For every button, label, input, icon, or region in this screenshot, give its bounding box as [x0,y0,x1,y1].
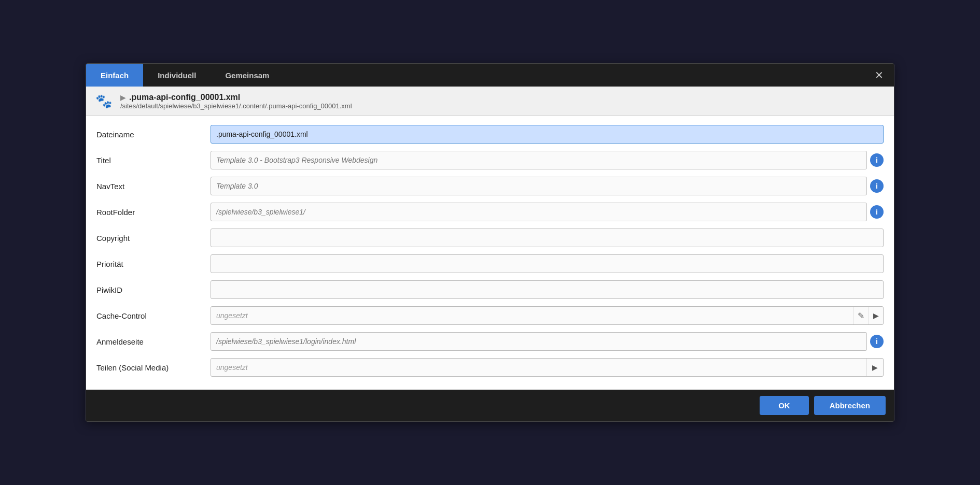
info-icon-anmeldeseite[interactable]: i [870,335,884,348]
control-wrap-anmeldeseite: i [211,332,884,351]
input-copyright[interactable] [211,229,884,247]
form-row-navtext: NavText i [96,175,884,197]
control-wrap-prioritaet [211,254,884,273]
cache-edit-icon[interactable]: ✎ [853,307,869,324]
input-dateiname[interactable] [211,125,884,144]
label-rootfolder: RootFolder [96,208,211,217]
cache-control-value: ungesetzt [211,311,853,320]
social-media-value: ungesetzt [211,363,866,372]
control-wrap-piwikid [211,280,884,299]
form-row-cache-control: Cache-Control ungesetzt ✎ ▶ [96,305,884,326]
control-wrap-social-media: ungesetzt ▶ [211,358,884,377]
label-piwikid: PiwikID [96,286,211,294]
control-wrap-dateiname [211,125,884,144]
input-rootfolder[interactable] [211,203,867,221]
file-name-row: ▶ .puma-api-config_00001.xml [120,93,352,102]
form-area: Dateiname Titel i NavText i RootFolder [86,116,894,390]
input-navtext[interactable] [211,177,867,195]
file-path: /sites/default/spielwiese/b3_spielwiese1… [120,102,352,110]
form-row-rootfolder: RootFolder i [96,201,884,223]
ok-button[interactable]: OK [760,396,809,415]
label-anmeldeseite: Anmeldeseite [96,337,211,346]
control-wrap-navtext: i [211,177,884,195]
info-icon-rootfolder[interactable]: i [870,205,884,219]
form-row-titel: Titel i [96,149,884,171]
label-navtext: NavText [96,182,211,191]
social-media-field: ungesetzt ▶ [211,358,884,377]
input-piwikid[interactable] [211,280,884,299]
label-copyright: Copyright [96,234,211,243]
tab-gemeinsam[interactable]: Gemeinsam [211,64,284,87]
label-dateiname: Dateiname [96,130,211,139]
label-social-media: Teilen (Social Media) [96,363,211,372]
cancel-button[interactable]: Abbrechen [814,396,886,415]
cache-arrow-icon[interactable]: ▶ [869,307,883,324]
file-info: ▶ .puma-api-config_00001.xml /sites/defa… [120,93,352,110]
dialog-footer: OK Abbrechen [86,390,894,421]
info-icon-navtext[interactable]: i [870,179,884,193]
control-wrap-copyright [211,229,884,247]
form-row-piwikid: PiwikID [96,279,884,301]
tab-individuell[interactable]: Individuell [143,64,211,87]
info-icon-titel[interactable]: i [870,153,884,167]
control-wrap-cache-control: ungesetzt ✎ ▶ [211,306,884,325]
file-name: .puma-api-config_00001.xml [129,93,240,102]
social-arrow-icon[interactable]: ▶ [866,359,883,376]
tab-einfach[interactable]: Einfach [86,64,143,87]
label-prioritaet: Priorität [96,260,211,268]
file-header: 🐾 ▶ .puma-api-config_00001.xml /sites/de… [86,87,894,116]
form-row-dateiname: Dateiname [96,123,884,145]
label-cache-control: Cache-Control [96,311,211,320]
form-row-prioritaet: Priorität [96,253,884,275]
title-bar: Einfach Individuell Gemeinsam ✕ [86,64,894,87]
form-row-anmeldeseite: Anmeldeseite i [96,331,884,352]
control-wrap-rootfolder: i [211,203,884,221]
expand-arrow-icon[interactable]: ▶ [120,93,126,102]
control-wrap-titel: i [211,151,884,169]
input-anmeldeseite[interactable] [211,332,867,351]
form-row-copyright: Copyright [96,227,884,249]
label-titel: Titel [96,156,211,165]
form-row-social-media: Teilen (Social Media) ungesetzt ▶ [96,356,884,378]
main-dialog: Einfach Individuell Gemeinsam ✕ 🐾 ▶ .pum… [86,63,894,422]
cache-control-field: ungesetzt ✎ ▶ [211,306,884,325]
input-titel[interactable] [211,151,867,169]
input-prioritaet[interactable] [211,254,884,273]
file-type-icon: 🐾 [93,91,114,111]
close-button[interactable]: ✕ [871,68,888,82]
